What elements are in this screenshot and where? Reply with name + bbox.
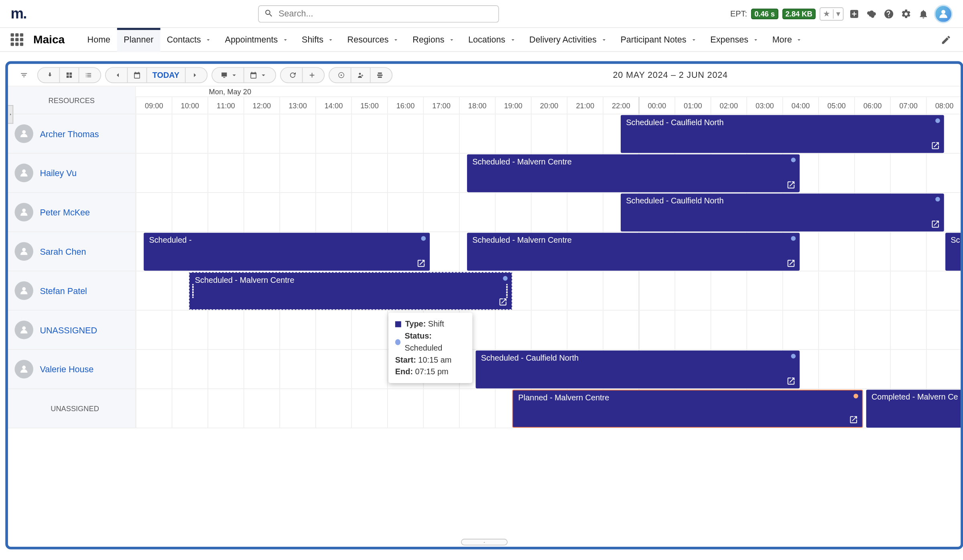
resource-row[interactable]: Sarah Chen [8, 232, 135, 272]
shift-event[interactable]: Sc [945, 233, 961, 271]
nav-more[interactable]: More [766, 28, 809, 52]
nav-shifts[interactable]: Shifts [295, 28, 341, 52]
resize-handle-right[interactable] [506, 283, 510, 296]
grid-button[interactable] [60, 67, 79, 82]
resource-row[interactable]: Stefan Patel [8, 271, 135, 310]
timeline-row[interactable]: Scheduled - Caulfield North [136, 350, 961, 389]
timeline-row[interactable]: Planned - Malvern Centre Completed - Mal… [136, 389, 961, 428]
grid-cell [172, 193, 208, 231]
chevron-down-icon [282, 36, 288, 43]
shift-event[interactable]: Scheduled - Caulfield North [475, 351, 799, 389]
resource-row[interactable]: Hailey Vu [8, 154, 135, 193]
grid-cell [818, 232, 854, 271]
resource-name-link[interactable]: Valerie House [40, 364, 93, 374]
resource-name-link[interactable]: Archer Thomas [40, 129, 99, 139]
shift-event-selected[interactable]: Scheduled - Malvern Centre [189, 272, 512, 310]
shift-event[interactable]: Scheduled - [144, 233, 430, 271]
resource-name-link[interactable]: Peter McKee [40, 207, 90, 217]
timeline-row[interactable]: Scheduled - Malvern Centre [136, 271, 961, 310]
add-icon[interactable] [847, 7, 861, 20]
nav-regions[interactable]: Regions [406, 28, 462, 52]
chevron-down-icon [796, 36, 803, 43]
shift-event[interactable]: Scheduled - Caulfield North [621, 193, 944, 231]
timeline-row[interactable]: Scheduled - Scheduled - Malvern Centre S… [136, 232, 961, 272]
resource-row[interactable]: Valerie House [8, 350, 135, 389]
timeline-row[interactable]: Scheduled - Caulfield North [136, 114, 961, 154]
shift-event[interactable]: Scheduled - Caulfield North [621, 115, 944, 153]
time-header-cell: 16:00 [387, 97, 423, 114]
grid-cell [711, 310, 747, 349]
time-header-cell: 09:00 [136, 97, 172, 114]
timeline-row[interactable]: Scheduled - Caulfield North [136, 193, 961, 232]
resource-row[interactable]: UNASSIGNED [8, 310, 135, 350]
shift-event[interactable]: Scheduled - Malvern Centre [467, 154, 800, 193]
user-avatar[interactable] [934, 4, 953, 23]
salesforce-icon[interactable] [865, 7, 878, 20]
grid-cell [854, 232, 890, 271]
calendar-button[interactable] [128, 67, 147, 82]
list-button[interactable] [79, 67, 98, 82]
add-button[interactable] [303, 67, 321, 82]
favorite-toggle[interactable]: ★▾ [820, 7, 844, 20]
nav-planner[interactable]: Planner [117, 28, 160, 52]
grid-cell [711, 271, 747, 310]
nav-contacts[interactable]: Contacts [160, 28, 218, 52]
open-icon[interactable] [498, 297, 508, 306]
nav-expenses[interactable]: Expenses [704, 28, 766, 52]
next-button[interactable] [185, 67, 204, 82]
bottom-drawer-handle[interactable] [461, 539, 508, 546]
open-icon[interactable] [931, 141, 940, 150]
time-header-cell: 10:00 [172, 97, 208, 114]
open-icon[interactable] [416, 259, 426, 268]
shift-event-completed[interactable]: Completed - Malvern Ce [866, 390, 961, 428]
help-icon[interactable] [882, 7, 895, 20]
timeline-row[interactable]: Scheduled - Malvern Centre [136, 154, 961, 193]
nav-locations[interactable]: Locations [462, 28, 523, 52]
today-button[interactable]: TODAY [147, 67, 185, 82]
open-icon[interactable] [849, 415, 858, 424]
bell-icon[interactable] [917, 7, 930, 20]
nav-home[interactable]: Home [81, 28, 117, 52]
app-launcher-icon[interactable] [11, 33, 24, 46]
expand-sidebar-handle[interactable] [8, 105, 13, 124]
resource-name-link[interactable]: Stefan Patel [40, 286, 87, 296]
grid-cell [926, 154, 961, 192]
resource-row[interactable]: Archer Thomas [8, 114, 135, 154]
global-search-input[interactable] [258, 5, 499, 22]
nav-appointments[interactable]: Appointments [218, 28, 295, 52]
edit-nav-icon[interactable] [939, 33, 953, 46]
time-header-cell: 07:00 [890, 97, 926, 114]
prev-button[interactable] [108, 67, 128, 82]
time-header-cell: 02:00 [711, 97, 747, 114]
open-icon[interactable] [931, 219, 940, 229]
nav-participant-notes[interactable]: Participant Notes [614, 28, 704, 52]
shift-event[interactable]: Scheduled - Malvern Centre [467, 233, 800, 271]
resource-row[interactable]: Peter McKee [8, 193, 135, 232]
nav-resources[interactable]: Resources [341, 28, 406, 52]
tool-c-button[interactable] [370, 67, 389, 82]
tool-b-button[interactable] [351, 67, 370, 82]
open-icon[interactable] [786, 376, 796, 386]
grid-cell [387, 193, 423, 231]
time-header-cell: 03:00 [746, 97, 782, 114]
avatar-icon [14, 281, 33, 300]
calendar-view-button[interactable] [244, 67, 272, 82]
resize-handle-left[interactable] [192, 283, 196, 296]
resource-name-link[interactable]: Hailey Vu [40, 168, 76, 178]
time-header-cell: 08:00 [926, 97, 961, 114]
resource-name-link[interactable]: UNASSIGNED [40, 325, 97, 335]
gear-icon[interactable] [900, 7, 913, 20]
monitor-button[interactable] [215, 67, 244, 82]
nav-delivery-activities[interactable]: Delivery Activities [522, 28, 614, 52]
shift-event-planned[interactable]: Planned - Malvern Centre [512, 390, 863, 428]
resource-name-link[interactable]: Sarah Chen [40, 246, 86, 256]
refresh-button[interactable] [283, 67, 303, 82]
timeline-row[interactable] [136, 310, 961, 350]
tool-a-button[interactable] [332, 67, 351, 82]
open-icon[interactable] [786, 259, 796, 268]
download-button[interactable] [41, 67, 60, 82]
app-nav: Maica HomePlannerContactsAppointmentsShi… [0, 28, 963, 52]
grid-cell [136, 310, 172, 349]
filter-button[interactable] [14, 67, 33, 83]
open-icon[interactable] [786, 180, 796, 189]
